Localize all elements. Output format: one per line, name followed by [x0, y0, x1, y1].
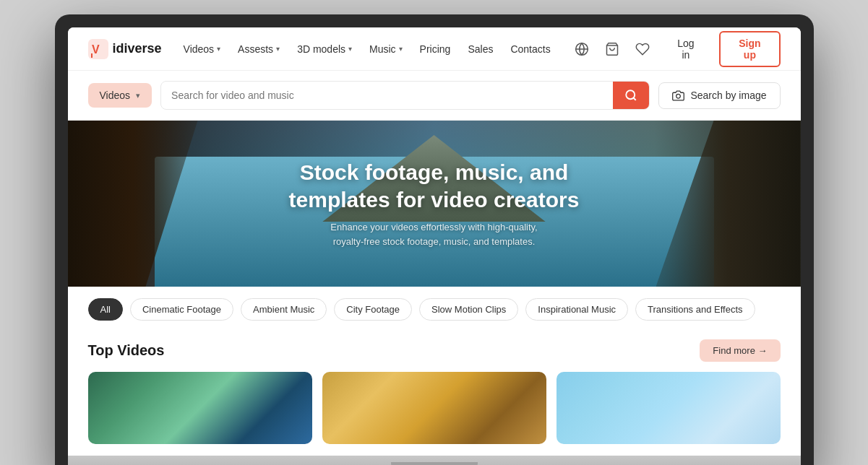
nav-right: Log in Sign up — [572, 31, 781, 67]
video-thumbnail-1 — [88, 372, 312, 444]
find-more-button[interactable]: Find more → — [700, 339, 780, 362]
search-by-image-button[interactable]: Search by image — [658, 82, 780, 109]
nav-sales[interactable]: Sales — [460, 39, 500, 59]
signup-button[interactable]: Sign up — [719, 31, 780, 67]
laptop-frame: V idiverse Videos ▾ Assests ▾ 3D models … — [55, 14, 814, 465]
video-thumbnail-2 — [322, 372, 546, 444]
nav-3dmodels[interactable]: 3D models ▾ — [290, 39, 359, 59]
search-input[interactable] — [161, 82, 613, 108]
search-by-image-label: Search by image — [690, 90, 766, 101]
cart-icon[interactable] — [602, 38, 622, 61]
chevron-down-icon: ▾ — [399, 45, 403, 53]
login-button[interactable]: Log in — [662, 32, 709, 66]
chevron-down-icon: ▾ — [276, 45, 280, 53]
nav-videos[interactable]: Videos ▾ — [176, 39, 228, 59]
search-bar-section: Videos ▾ Search by image — [68, 71, 801, 121]
filter-inspirational[interactable]: Inspirational Music — [525, 298, 628, 321]
video-card-3[interactable] — [557, 372, 781, 444]
video-card-1[interactable] — [88, 372, 312, 444]
nav-links: Videos ▾ Assests ▾ 3D models ▾ Music ▾ P… — [176, 39, 558, 59]
svg-text:V: V — [92, 43, 100, 56]
video-thumbnail-3 — [557, 372, 781, 444]
filter-slowmotion[interactable]: Slow Motion Clips — [419, 298, 518, 321]
filter-section: All Cinematic Footage Ambient Music City… — [68, 287, 801, 332]
search-input-wrapper — [160, 81, 650, 110]
globe-icon[interactable] — [572, 38, 593, 61]
hero-content: Stock footage, music, andtemplates for v… — [260, 159, 609, 248]
laptop-notch — [391, 462, 478, 465]
hero-title: Stock footage, music, andtemplates for v… — [289, 159, 580, 213]
video-card-2[interactable] — [322, 372, 546, 444]
nav-contacts[interactable]: Contacts — [503, 39, 557, 59]
search-icon — [624, 89, 637, 102]
top-videos-title: Top Videos — [88, 342, 165, 359]
camera-icon — [672, 90, 684, 102]
laptop-base — [68, 456, 801, 465]
brand-name: idiverse — [113, 41, 162, 56]
logo-icon: V — [88, 39, 108, 59]
chevron-down-icon: ▾ — [348, 45, 352, 53]
nav-assests[interactable]: Assests ▾ — [231, 39, 287, 59]
nav-music[interactable]: Music ▾ — [362, 39, 410, 59]
filter-cinematic[interactable]: Cinematic Footage — [130, 298, 233, 321]
chevron-down-icon: ▾ — [136, 91, 140, 100]
search-type-button[interactable]: Videos ▾ — [88, 83, 152, 108]
top-videos-section: Top Videos Find more → — [68, 332, 801, 456]
logo[interactable]: V idiverse — [88, 39, 162, 59]
heart-icon[interactable] — [632, 38, 653, 61]
svg-point-6 — [676, 94, 681, 98]
video-grid — [88, 372, 781, 444]
svg-point-5 — [627, 90, 635, 99]
search-submit-button[interactable] — [613, 82, 649, 109]
navbar: V idiverse Videos ▾ Assests ▾ 3D models … — [68, 27, 801, 71]
hero-section: Stock footage, music, andtemplates for v… — [68, 121, 801, 287]
filter-ambient[interactable]: Ambient Music — [241, 298, 327, 321]
filter-transitions[interactable]: Transitions and Effects — [635, 298, 755, 321]
search-type-label: Videos — [100, 90, 131, 101]
laptop-screen: V idiverse Videos ▾ Assests ▾ 3D models … — [68, 27, 801, 456]
filter-city[interactable]: City Footage — [334, 298, 412, 321]
chevron-down-icon: ▾ — [217, 45, 220, 53]
top-videos-header: Top Videos Find more → — [88, 339, 781, 362]
hero-subtitle: Enhance your videos effortlessly with hi… — [289, 220, 580, 248]
nav-pricing[interactable]: Pricing — [413, 39, 458, 59]
filter-all[interactable]: All — [88, 298, 123, 321]
